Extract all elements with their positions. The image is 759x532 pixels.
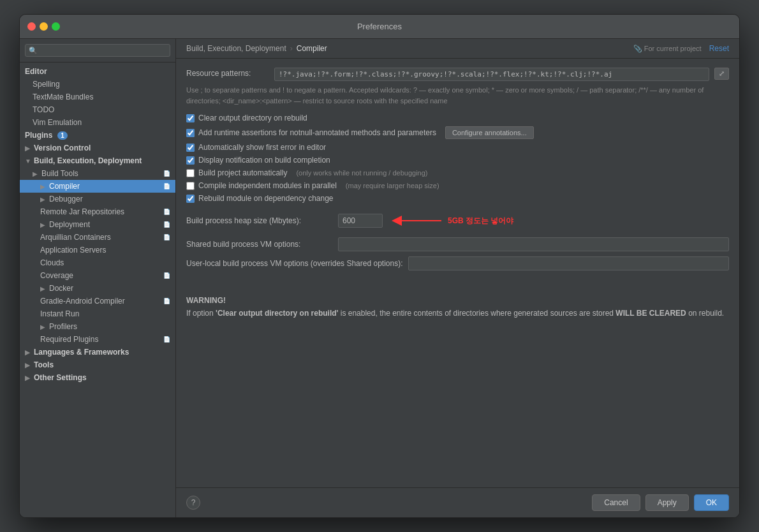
search-input[interactable] bbox=[25, 44, 170, 57]
breadcrumb-current: Compiler bbox=[297, 44, 327, 53]
sidebar-item-spelling[interactable]: Spelling bbox=[20, 78, 175, 91]
sidebar-item-build-tools[interactable]: ▶ Build Tools 📄 bbox=[20, 167, 175, 180]
compile-parallel-checkbox[interactable] bbox=[186, 182, 195, 190]
warning-title: WARNING! bbox=[186, 296, 729, 305]
sidebar-item-plugins[interactable]: Plugins 1 bbox=[20, 129, 175, 142]
sidebar-item-gradle-android[interactable]: Gradle-Android Compiler 📄 bbox=[20, 295, 175, 307]
annotation-arrow bbox=[390, 209, 448, 232]
sidebar-item-deployment[interactable]: ▶ Deployment 📄 bbox=[20, 218, 175, 231]
sidebar-tree: Editor Spelling TextMate Bundles TODO Vi… bbox=[20, 63, 175, 517]
sidebar-item-lang-frameworks[interactable]: ▶ Languages & Frameworks bbox=[20, 346, 175, 358]
cancel-button[interactable]: Cancel bbox=[592, 494, 640, 511]
version-control-label: Version Control bbox=[34, 144, 91, 152]
resource-patterns-row: Resource patterns: ⤢ bbox=[186, 68, 729, 81]
required-plugins-label: Required Plugins bbox=[40, 335, 98, 344]
display-notification-label: Display notification on build completion bbox=[198, 156, 330, 165]
deployment-icon: 📄 bbox=[163, 221, 170, 228]
sidebar-item-todo[interactable]: TODO bbox=[20, 103, 175, 116]
sidebar-item-coverage[interactable]: Coverage 📄 bbox=[20, 269, 175, 282]
expand-button[interactable]: ⤢ bbox=[714, 68, 729, 80]
reset-button[interactable]: Reset bbox=[709, 44, 729, 53]
debugger-arrow: ▶ bbox=[40, 196, 47, 203]
build-project-checkbox[interactable] bbox=[186, 169, 195, 177]
sidebar-item-editor[interactable]: Editor bbox=[20, 65, 175, 78]
titlebar: Preferences bbox=[20, 15, 739, 39]
docker-arrow: ▶ bbox=[40, 285, 47, 292]
rebuild-on-dep-checkbox[interactable] bbox=[186, 195, 195, 203]
textmate-label: TextMate Bundles bbox=[33, 92, 93, 101]
todo-label: TODO bbox=[33, 105, 54, 114]
required-plugins-icon: 📄 bbox=[163, 336, 170, 343]
maximize-button[interactable] bbox=[52, 22, 60, 31]
clear-output-label: Clear output directory on rebuild bbox=[198, 114, 307, 122]
help-button[interactable]: ? bbox=[186, 496, 200, 510]
sidebar-item-tools[interactable]: ▶ Tools bbox=[20, 358, 175, 371]
sidebar-item-remote-jar[interactable]: Remote Jar Repositories 📄 bbox=[20, 205, 175, 218]
compile-parallel-note: (may require larger heap size) bbox=[346, 182, 439, 189]
sidebar-item-docker[interactable]: ▶ Docker bbox=[20, 282, 175, 295]
rebuild-on-dep-label: Rebuild module on dependency change bbox=[198, 194, 334, 203]
resource-patterns-label: Resource patterns: bbox=[186, 68, 269, 78]
shared-vm-input[interactable] bbox=[338, 237, 729, 251]
heap-label: Build process heap size (Mbytes): bbox=[186, 216, 333, 225]
tools-label: Tools bbox=[34, 360, 54, 369]
heap-size-row: Build process heap size (Mbytes): bbox=[186, 209, 729, 232]
sidebar-item-build-exec-deploy[interactable]: ▼ Build, Execution, Deployment bbox=[20, 154, 175, 167]
app-servers-label: Application Servers bbox=[40, 246, 106, 255]
version-control-arrow: ▶ bbox=[25, 145, 31, 152]
panel-footer: ? Cancel Apply OK bbox=[176, 487, 739, 517]
panel-body: Resource patterns: ⤢ Use ; to separate p… bbox=[176, 59, 739, 487]
add-runtime-checkbox[interactable] bbox=[186, 129, 195, 137]
add-runtime-label: Add runtime assertions for notnull-annot… bbox=[198, 128, 436, 137]
configure-annotations-button[interactable]: Configure annotations... bbox=[445, 126, 534, 139]
search-icon: 🔍 bbox=[29, 47, 38, 55]
profilers-label: Profilers bbox=[49, 322, 77, 331]
remote-jar-label: Remote Jar Repositories bbox=[40, 207, 124, 216]
sidebar-item-clouds[interactable]: Clouds bbox=[20, 256, 175, 269]
sidebar-item-required-plugins[interactable]: Required Plugins 📄 bbox=[20, 333, 175, 346]
display-notification-checkbox[interactable] bbox=[186, 156, 195, 165]
sidebar-item-arquillian[interactable]: Arquillian Containers 📄 bbox=[20, 231, 175, 244]
userlocal-vm-input[interactable] bbox=[408, 256, 730, 270]
preferences-window: Preferences 🔍 Editor Spelling Text bbox=[19, 14, 740, 518]
apply-button[interactable]: Apply bbox=[645, 494, 689, 511]
sidebar-item-textmate[interactable]: TextMate Bundles bbox=[20, 91, 175, 103]
resource-patterns-input[interactable] bbox=[274, 68, 709, 81]
checkbox-add-runtime: Add runtime assertions for notnull-annot… bbox=[186, 126, 729, 139]
sidebar-item-other-settings[interactable]: ▶ Other Settings bbox=[20, 371, 175, 384]
shared-vm-label: Shared build process VM options: bbox=[186, 240, 333, 249]
close-button[interactable] bbox=[27, 22, 36, 31]
compile-parallel-label: Compile independent modules in parallel bbox=[198, 181, 337, 190]
build-exec-label: Build, Execution, Deployment bbox=[34, 156, 142, 165]
spelling-label: Spelling bbox=[33, 80, 60, 89]
build-project-label: Build project automatically bbox=[198, 168, 287, 177]
annotation-text: 5GB 정도는 넣어야 bbox=[448, 216, 513, 226]
sidebar-item-app-servers[interactable]: Application Servers bbox=[20, 244, 175, 256]
minimize-button[interactable] bbox=[40, 22, 48, 31]
build-tools-label: Build Tools bbox=[41, 169, 78, 178]
traffic-lights bbox=[27, 22, 60, 31]
ok-button[interactable]: OK bbox=[694, 494, 729, 511]
sidebar-item-compiler[interactable]: ▶ Compiler 📄 bbox=[20, 180, 175, 193]
heap-size-input[interactable] bbox=[338, 214, 383, 228]
checkbox-build-project: Build project automatically (only works … bbox=[186, 168, 729, 177]
sidebar: 🔍 Editor Spelling TextMate Bundles TODO bbox=[20, 39, 176, 517]
lang-arrow: ▶ bbox=[25, 349, 31, 356]
sidebar-item-vim[interactable]: Vim Emulation bbox=[20, 116, 175, 129]
auto-show-error-checkbox[interactable] bbox=[186, 144, 195, 152]
instant-run-label: Instant Run bbox=[40, 309, 79, 318]
sidebar-item-profilers[interactable]: ▶ Profilers bbox=[20, 320, 175, 333]
deployment-label: Deployment bbox=[49, 220, 90, 229]
sidebar-item-instant-run[interactable]: Instant Run bbox=[20, 307, 175, 320]
debugger-label: Debugger bbox=[49, 195, 83, 203]
remote-jar-icon: 📄 bbox=[163, 209, 170, 215]
sidebar-item-debugger[interactable]: ▶ Debugger bbox=[20, 193, 175, 205]
profilers-arrow: ▶ bbox=[40, 323, 47, 330]
clear-output-checkbox[interactable] bbox=[186, 114, 195, 122]
userlocal-vm-row: User-local build process VM options (ove… bbox=[186, 256, 729, 270]
auto-show-error-label: Automatically show first error in editor bbox=[198, 143, 326, 152]
sidebar-item-version-control[interactable]: ▶ Version Control bbox=[20, 142, 175, 154]
clouds-label: Clouds bbox=[40, 258, 64, 267]
compiler-arrow: ▶ bbox=[40, 183, 47, 190]
checkbox-compile-parallel: Compile independent modules in parallel … bbox=[186, 181, 729, 190]
